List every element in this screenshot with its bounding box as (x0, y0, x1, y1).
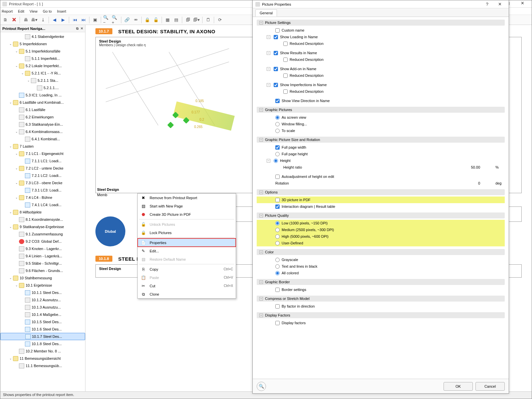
tree-item[interactable]: 7.4.1 LC4: Loadi... (0, 201, 85, 208)
menu-report[interactable]: Report (2, 9, 13, 13)
menu-goto[interactable]: Go to (43, 9, 52, 13)
tree-item[interactable]: ⌄7.2 LC2 - untere Decke (0, 165, 85, 172)
tree-item[interactable]: ⌄5.2.1.1 Sta... (0, 77, 85, 84)
tb-link-icon[interactable]: 🔗 (123, 16, 131, 24)
tb-first-icon[interactable]: ⏮ (71, 16, 78, 24)
group-display-factors[interactable]: −Display Factors (257, 312, 505, 318)
tree-item[interactable]: ⌄5.1 Imperfektionsfälle (0, 48, 85, 55)
tb-props-icon[interactable]: 🗒 (204, 16, 212, 24)
dialog-close-button[interactable]: ✕ (493, 2, 506, 7)
tree-item[interactable]: ⌄7 Lasten (0, 143, 85, 150)
group-picture-settings[interactable]: −Picture Settings (257, 20, 505, 26)
ok-button[interactable]: OK (444, 382, 473, 391)
tb-new-icon[interactable]: 🗎 (2, 16, 9, 24)
tb-last-icon[interactable]: ⏭ (80, 16, 87, 24)
group-compress[interactable]: −Compress or Stretch Model (257, 296, 505, 302)
rad-to-scale[interactable] (275, 129, 280, 133)
tree-item[interactable]: 6.4.1 Kombinati... (0, 135, 85, 143)
tree-item[interactable]: 9.3 Knoten - Lagerkr... (0, 245, 85, 252)
tb-next-icon[interactable]: ▶ (60, 16, 67, 24)
tb-pagemenu-icon[interactable]: 🗐▾ (193, 16, 200, 24)
tb-unlink-icon[interactable]: ⚮ (132, 16, 139, 24)
tree-item[interactable]: ⌄10 Stahlbemessung (0, 274, 85, 282)
tree-item[interactable]: 9.5 Stäbe - Schnittgr... (0, 260, 85, 267)
tree-item[interactable]: 9.1 Zusammenfassung (0, 230, 85, 238)
group-graphic-pictures[interactable]: −Graphic Pictures (257, 107, 505, 113)
context-menu-item[interactable]: ✖Remove from Printout Report (138, 194, 236, 202)
rad-screen-view[interactable] (275, 115, 280, 120)
tb-export-icon[interactable]: ⤓ (39, 16, 47, 24)
chk-autoadjust[interactable] (275, 175, 280, 179)
tb-zoomout-icon[interactable]: 🔍− (103, 16, 110, 24)
tree-item[interactable]: 10.1.6 Steel Des... (0, 326, 85, 333)
tree-item[interactable]: 7.2.1 LC2: Loadi... (0, 172, 85, 179)
chk-reduced-2[interactable] (283, 58, 288, 62)
group-border[interactable]: −Graphic Border (257, 279, 505, 285)
tree-item[interactable]: ⌄5.2 Lokale Imperfekt... (0, 62, 85, 69)
tree-item[interactable]: 7.1.1 LC1: Loadi... (0, 157, 85, 165)
context-menu-item[interactable]: ▤Start with New Page (138, 202, 236, 210)
group-options[interactable]: −Options (257, 189, 505, 195)
context-menu-item[interactable]: ✂CutCtrl+X (138, 282, 236, 290)
context-menu-item[interactable]: ⬣Create 3D Picture in PDF (138, 210, 236, 218)
rad-quality-med[interactable] (275, 228, 280, 232)
chk-reduced-1[interactable] (283, 42, 288, 46)
tree-item[interactable]: 9.2 CO3: Global Def... (0, 238, 85, 245)
context-menu-item[interactable]: ⧉Clone (138, 290, 236, 298)
tree-item[interactable]: 6.3 Statikanalyse-Ein... (0, 121, 85, 128)
tb-page-icon[interactable]: 🗐 (184, 16, 192, 24)
tree-item[interactable]: ⌄8 Hilfsobjekte (0, 208, 85, 216)
navigator-close-icon[interactable]: ✕ (80, 27, 83, 30)
tree-item[interactable]: 4.1 Stabendgelenke (0, 33, 85, 40)
tb-collapse-icon[interactable]: ▣ (91, 16, 99, 24)
tree-item[interactable]: 10.1.1 Steel Des... (0, 289, 85, 296)
tree-item[interactable]: 10.1.3 Ausnutzu... (0, 304, 85, 311)
context-menu-item[interactable]: ⎘CopyCtrl+C (138, 265, 236, 273)
tree-item[interactable]: ⌄5 Imperfektionen (0, 40, 85, 48)
menu-insert[interactable]: Insert (57, 9, 66, 13)
chk-show-results[interactable] (274, 51, 278, 55)
chk-border[interactable] (275, 288, 280, 292)
tb-printmenu-icon[interactable]: 🖶▾ (31, 16, 38, 24)
rad-allcolor[interactable] (275, 271, 280, 275)
tb-print-icon[interactable]: 🖶 (22, 16, 29, 24)
tree-item[interactable]: ⌄6 Lastfälle und Kombinati... (0, 99, 85, 106)
navigator-float-icon[interactable]: ⧉ (76, 27, 78, 31)
dialog-help-button[interactable]: ? (481, 2, 493, 7)
tree-item[interactable]: ⌄10.1 Ergebnisse (0, 282, 85, 289)
tree-item[interactable]: 5.3 IC1: Loading, In ... (0, 91, 85, 99)
rad-quality-low[interactable] (275, 221, 280, 225)
rad-height[interactable] (274, 159, 278, 163)
tree-item[interactable]: 9.6 Flächen - Grunds... (0, 267, 85, 274)
tb-prev-icon[interactable]: ◀ (51, 16, 58, 24)
tree-item[interactable]: 7.3.1 LC3: Loadi... (0, 187, 85, 194)
tb-select-icon[interactable]: ▦ (164, 16, 171, 24)
dialog-body[interactable]: −Picture Settings Custom name −Show Load… (253, 18, 509, 378)
rad-quality-high[interactable] (275, 234, 280, 239)
menu-edit[interactable]: Edit (18, 9, 24, 13)
rad-grayscale[interactable] (275, 258, 280, 262)
chk-reduced-3[interactable] (283, 73, 288, 78)
tree-item[interactable]: 6.2 Einwirkungen (0, 113, 85, 121)
context-menu-item[interactable]: 🔒Lock Pictures (138, 228, 236, 237)
chk-show-addon[interactable] (274, 67, 278, 71)
group-color[interactable]: −Color (257, 249, 505, 255)
chk-display-factors[interactable] (275, 321, 280, 325)
tree-item[interactable]: ⌄7.1 LC1 - Eigengewicht (0, 150, 85, 157)
chk-full-width[interactable] (275, 145, 280, 150)
chk-show-view[interactable] (275, 99, 280, 103)
chk-show-loading[interactable] (274, 35, 278, 39)
tree-item[interactable]: 5.2.1.1.... (0, 84, 85, 91)
tree-item[interactable]: 10.1.4 Maßgebe... (0, 311, 85, 318)
context-menu-item[interactable]: 📄Properties (138, 238, 236, 247)
rad-quality-user[interactable] (275, 241, 280, 245)
context-menu-item[interactable]: ✎Edit... (138, 247, 236, 255)
chk-custom-name[interactable] (275, 28, 280, 33)
menu-view[interactable]: View (30, 9, 38, 13)
tree-item[interactable]: 9.4 Linien - Lagerkrä... (0, 252, 85, 260)
navigator-tree[interactable]: 4.1 Stabendgelenke⌄5 Imperfektionen⌄5.1 … (0, 32, 85, 391)
tree-item[interactable]: ⌄9 Statikanalyse-Ergebnisse (0, 223, 85, 230)
chk-3d-pdf[interactable] (275, 198, 280, 202)
tree-item[interactable]: ⌄7.4 LC4 - Bühne (0, 194, 85, 201)
tree-item[interactable]: 5.1.1 Imperfekti... (0, 55, 85, 62)
